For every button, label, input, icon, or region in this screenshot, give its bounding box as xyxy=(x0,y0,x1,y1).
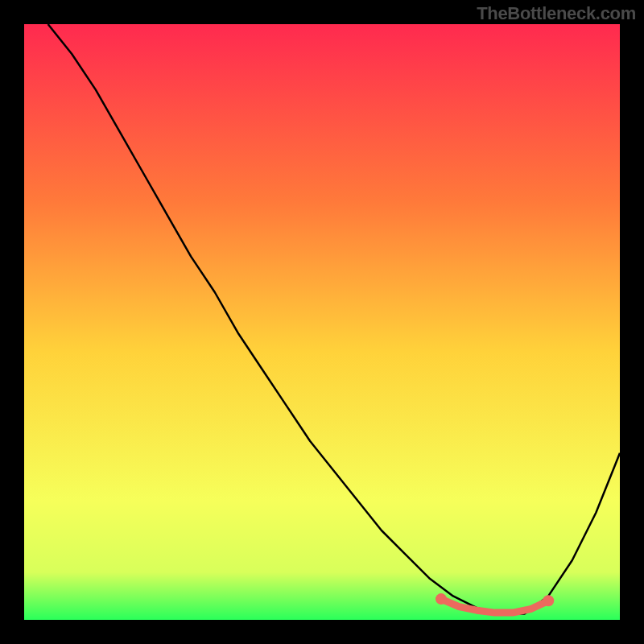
chart-plot-area xyxy=(24,24,620,620)
optimal-range-start-dot xyxy=(436,593,447,605)
attribution-text: TheBottleneck.com xyxy=(477,3,636,24)
optimal-range-end-dot xyxy=(543,595,554,606)
gradient-background xyxy=(24,24,620,620)
chart-svg xyxy=(24,24,620,620)
